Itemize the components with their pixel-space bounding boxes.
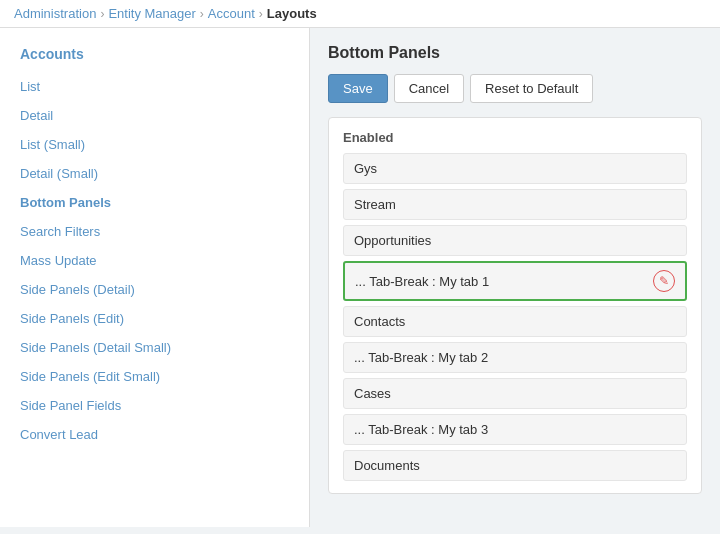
sidebar-item-side-panel-fields[interactable]: Side Panel Fields — [0, 391, 309, 420]
list-item: Documents — [343, 450, 687, 481]
list-item: ... Tab-Break : My tab 2 — [343, 342, 687, 373]
sidebar-item-list[interactable]: List — [0, 72, 309, 101]
list-item-label: Contacts — [354, 314, 405, 329]
sidebar-item-list-small[interactable]: List (Small) — [0, 130, 309, 159]
cancel-button[interactable]: Cancel — [394, 74, 464, 103]
sidebar: Accounts List Detail List (Small) Detail… — [0, 28, 310, 527]
list-item: Gys — [343, 153, 687, 184]
list-item-label: ... Tab-Break : My tab 2 — [354, 350, 488, 365]
breadcrumb-sep-2: › — [200, 7, 204, 21]
list-item-label: Gys — [354, 161, 377, 176]
breadcrumb-entity-manager[interactable]: Entity Manager — [108, 6, 195, 21]
breadcrumb: Administration › Entity Manager › Accoun… — [0, 0, 720, 28]
action-buttons: Save Cancel Reset to Default — [328, 74, 702, 103]
sidebar-item-side-panels-edit-small[interactable]: Side Panels (Edit Small) — [0, 362, 309, 391]
breadcrumb-administration[interactable]: Administration — [14, 6, 96, 21]
list-item-label: ... Tab-Break : My tab 3 — [354, 422, 488, 437]
breadcrumb-current: Layouts — [267, 6, 317, 21]
breadcrumb-sep-1: › — [100, 7, 104, 21]
content-area: Bottom Panels Save Cancel Reset to Defau… — [310, 28, 720, 527]
list-item-label: Stream — [354, 197, 396, 212]
sidebar-item-search-filters[interactable]: Search Filters — [0, 217, 309, 246]
enabled-panel: Enabled Gys Stream Opportunities ... Tab… — [328, 117, 702, 494]
list-item: Stream — [343, 189, 687, 220]
sidebar-item-convert-lead[interactable]: Convert Lead — [0, 420, 309, 449]
sidebar-item-detail[interactable]: Detail — [0, 101, 309, 130]
list-item: ... Tab-Break : My tab 3 — [343, 414, 687, 445]
list-items: Gys Stream Opportunities ... Tab-Break :… — [343, 153, 687, 481]
breadcrumb-sep-3: › — [259, 7, 263, 21]
sidebar-item-mass-update[interactable]: Mass Update — [0, 246, 309, 275]
section-label: Enabled — [343, 130, 687, 145]
sidebar-item-side-panels-edit[interactable]: Side Panels (Edit) — [0, 304, 309, 333]
list-item: Contacts — [343, 306, 687, 337]
sidebar-item-side-panels-detail[interactable]: Side Panels (Detail) — [0, 275, 309, 304]
edit-icon[interactable]: ✎ — [653, 270, 675, 292]
list-item-label: Cases — [354, 386, 391, 401]
main-layout: Accounts List Detail List (Small) Detail… — [0, 28, 720, 527]
sidebar-item-side-panels-detail-small[interactable]: Side Panels (Detail Small) — [0, 333, 309, 362]
page-title: Bottom Panels — [328, 44, 702, 62]
sidebar-title: Accounts — [0, 40, 309, 72]
sidebar-item-bottom-panels[interactable]: Bottom Panels — [0, 188, 309, 217]
list-item-label: Opportunities — [354, 233, 431, 248]
list-item: Opportunities — [343, 225, 687, 256]
sidebar-item-detail-small[interactable]: Detail (Small) — [0, 159, 309, 188]
list-item-label: ... Tab-Break : My tab 1 — [355, 274, 489, 289]
list-item-highlighted: ... Tab-Break : My tab 1 ✎ — [343, 261, 687, 301]
list-item-label: Documents — [354, 458, 420, 473]
reset-button[interactable]: Reset to Default — [470, 74, 593, 103]
save-button[interactable]: Save — [328, 74, 388, 103]
list-item: Cases — [343, 378, 687, 409]
breadcrumb-account[interactable]: Account — [208, 6, 255, 21]
